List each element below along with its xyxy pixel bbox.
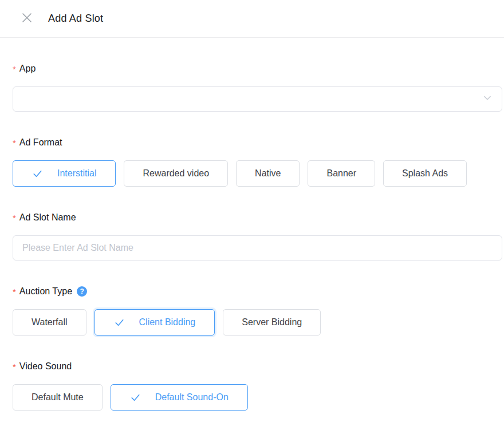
option-button-rewarded-video[interactable]: Rewarded video: [124, 160, 228, 187]
drawer-header: Add Ad Slot: [0, 0, 504, 38]
app-field-label: * App: [13, 63, 502, 74]
check-icon: [114, 317, 125, 328]
option-button-default-mute[interactable]: Default Mute: [13, 384, 103, 411]
app-select[interactable]: [13, 86, 502, 112]
required-asterisk: *: [13, 212, 16, 224]
option-label: Interstitial: [57, 168, 96, 179]
option-label: Default Sound-On: [155, 392, 229, 403]
chevron-down-icon: [481, 92, 494, 106]
close-button[interactable]: [20, 12, 34, 26]
field-label-text: Ad Slot Name: [19, 212, 76, 223]
auction-type-section: * Auction Type ? WaterfallClient Bidding…: [13, 286, 502, 336]
option-button-waterfall[interactable]: Waterfall: [13, 309, 86, 336]
option-label: Default Mute: [32, 392, 84, 403]
option-button-banner[interactable]: Banner: [308, 160, 375, 187]
option-button-splash-ads[interactable]: Splash Ads: [383, 160, 467, 187]
ad-slot-name-input[interactable]: [13, 235, 502, 261]
option-button-interstitial[interactable]: Interstitial: [13, 160, 116, 187]
page-title: Add Ad Slot: [48, 13, 103, 25]
ad-format-options: InterstitialRewarded videoNativeBannerSp…: [13, 160, 502, 187]
video-sound-label: * Video Sound: [13, 361, 502, 372]
option-label: Banner: [326, 168, 356, 179]
option-label: Client Bidding: [139, 317, 196, 328]
option-button-default-sound-on[interactable]: Default Sound-On: [111, 384, 248, 411]
ad-format-label: * Ad Format: [13, 137, 502, 148]
add-ad-slot-form: * App * Ad Format InterstitialRewarded v…: [0, 63, 504, 411]
field-label-text: App: [19, 63, 36, 74]
option-label: Native: [255, 168, 281, 179]
option-button-native[interactable]: Native: [236, 160, 300, 187]
field-label-text: Auction Type: [19, 286, 72, 297]
check-icon: [130, 392, 141, 403]
question-circle-icon[interactable]: ?: [77, 286, 87, 297]
required-asterisk: *: [13, 361, 16, 373]
required-asterisk: *: [13, 137, 16, 149]
ad-slot-name-section: * Ad Slot Name: [13, 212, 502, 261]
option-button-server-bidding[interactable]: Server Bidding: [223, 309, 321, 336]
auction-type-options: WaterfallClient BiddingServer Bidding: [13, 309, 502, 336]
ad-format-section: * Ad Format InterstitialRewarded videoNa…: [13, 137, 502, 187]
option-label: Rewarded video: [143, 168, 209, 179]
auction-type-label: * Auction Type ?: [13, 286, 502, 297]
required-asterisk: *: [13, 64, 16, 75]
required-asterisk: *: [13, 286, 16, 298]
video-sound-options: Default MuteDefault Sound-On: [13, 384, 502, 411]
option-label: Server Bidding: [242, 317, 302, 328]
video-sound-section: * Video Sound Default MuteDefault Sound-…: [13, 361, 502, 411]
field-label-text: Ad Format: [19, 137, 62, 148]
ad-slot-name-label: * Ad Slot Name: [13, 212, 502, 223]
option-label: Waterfall: [32, 317, 68, 328]
check-icon: [32, 168, 43, 179]
close-icon: [21, 11, 33, 26]
option-label: Splash Ads: [402, 168, 448, 179]
app-field-section: * App: [13, 63, 502, 112]
field-label-text: Video Sound: [19, 361, 72, 372]
option-button-client-bidding[interactable]: Client Bidding: [94, 309, 215, 336]
